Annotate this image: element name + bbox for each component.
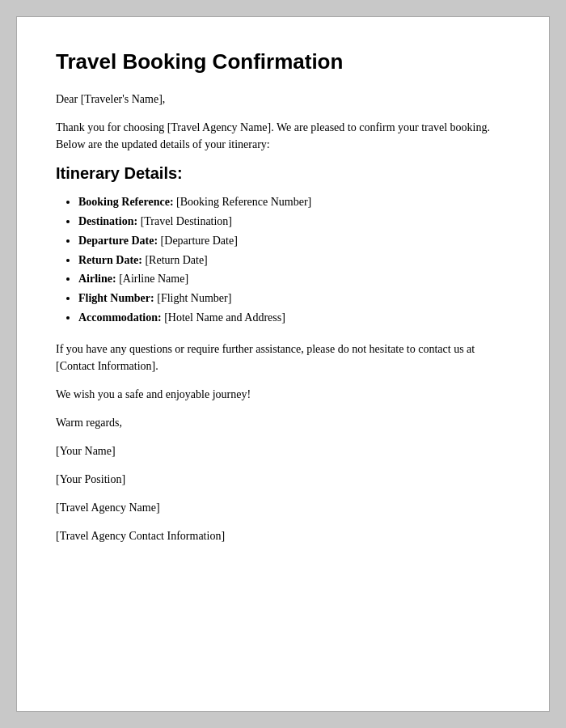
list-item-label: Departure Date: — [78, 235, 158, 247]
list-item-value: [Travel Destination] — [137, 215, 232, 227]
list-item: Destination: [Travel Destination] — [78, 212, 510, 231]
document-title: Travel Booking Confirmation — [56, 49, 510, 74]
list-item-value: [Booking Reference Number] — [174, 196, 312, 208]
your-name: [Your Name] — [56, 442, 510, 459]
signature-block: Warm regards, [Your Name] [Your Position… — [56, 414, 510, 544]
list-item: Return Date: [Return Date] — [78, 251, 510, 270]
contact-paragraph: If you have any questions or require fur… — [56, 341, 510, 375]
warm-regards: Warm regards, — [56, 414, 510, 431]
your-position: [Your Position] — [56, 471, 510, 488]
list-item-label: Accommodation: — [78, 311, 162, 324]
intro-paragraph: Thank you for choosing [Travel Agency Na… — [56, 119, 510, 153]
list-item-value: [Departure Date] — [158, 235, 238, 247]
agency-name: [Travel Agency Name] — [56, 499, 510, 516]
greeting-text: Dear [Traveler's Name], — [56, 91, 510, 108]
list-item: Flight Number: [Flight Number] — [78, 289, 510, 308]
itinerary-list: Booking Reference: [Booking Reference Nu… — [78, 193, 510, 328]
list-item-label: Airline: — [78, 273, 116, 285]
list-item-value: [Return Date] — [142, 254, 208, 266]
list-item: Airline: [Airline Name] — [78, 269, 510, 289]
wish-paragraph: We wish you a safe and enjoyable journey… — [56, 386, 510, 403]
list-item: Booking Reference: [Booking Reference Nu… — [78, 193, 510, 212]
list-item-value: [Hotel Name and Address] — [162, 311, 285, 324]
agency-contact: [Travel Agency Contact Information] — [56, 527, 510, 544]
list-item-value: [Flight Number] — [154, 292, 232, 304]
list-item: Departure Date: [Departure Date] — [78, 231, 510, 251]
list-item-label: Booking Reference: — [78, 196, 174, 208]
list-item-label: Destination: — [78, 215, 137, 227]
list-item: Accommodation: [Hotel Name and Address] — [78, 308, 510, 328]
list-item-label: Flight Number: — [78, 292, 154, 304]
itinerary-heading: Itinerary Details: — [56, 164, 510, 183]
list-item-label: Return Date: — [78, 254, 142, 266]
list-item-value: [Airline Name] — [116, 273, 188, 285]
document-container: Travel Booking Confirmation Dear [Travel… — [16, 16, 550, 712]
